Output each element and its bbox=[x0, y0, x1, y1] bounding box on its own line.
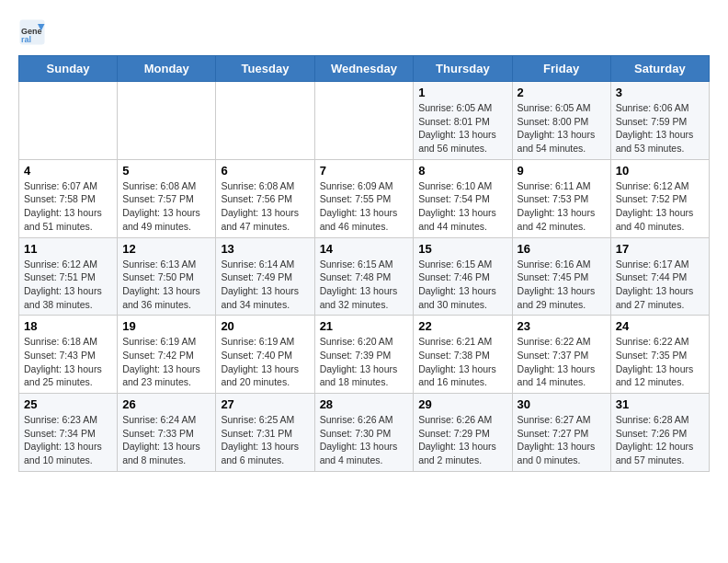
day-info: Sunrise: 6:26 AM Sunset: 7:29 PM Dayligh… bbox=[418, 413, 506, 467]
calendar-cell: 21Sunrise: 6:20 AM Sunset: 7:39 PM Dayli… bbox=[314, 316, 414, 394]
svg-text:ral: ral bbox=[21, 35, 31, 44]
day-info: Sunrise: 6:23 AM Sunset: 7:34 PM Dayligh… bbox=[24, 413, 112, 467]
calendar-cell bbox=[19, 82, 118, 160]
day-info: Sunrise: 6:06 AM Sunset: 7:59 PM Dayligh… bbox=[616, 101, 704, 155]
day-header-wednesday: Wednesday bbox=[314, 56, 414, 82]
day-info: Sunrise: 6:15 AM Sunset: 7:48 PM Dayligh… bbox=[320, 258, 409, 312]
day-number: 11 bbox=[24, 242, 112, 256]
calendar-table: SundayMondayTuesdayWednesdayThursdayFrid… bbox=[18, 55, 710, 472]
day-number: 18 bbox=[24, 319, 112, 333]
day-number: 12 bbox=[122, 242, 210, 256]
day-number: 10 bbox=[616, 164, 704, 178]
calendar-cell: 18Sunrise: 6:18 AM Sunset: 7:43 PM Dayli… bbox=[19, 316, 118, 394]
calendar-cell: 19Sunrise: 6:19 AM Sunset: 7:42 PM Dayli… bbox=[118, 316, 216, 394]
day-header-saturday: Saturday bbox=[610, 56, 709, 82]
day-number: 7 bbox=[320, 164, 409, 178]
calendar-cell: 10Sunrise: 6:12 AM Sunset: 7:52 PM Dayli… bbox=[610, 159, 709, 237]
calendar-cell: 28Sunrise: 6:26 AM Sunset: 7:30 PM Dayli… bbox=[314, 394, 414, 472]
week-row-1: 1Sunrise: 6:05 AM Sunset: 8:01 PM Daylig… bbox=[19, 82, 710, 160]
day-info: Sunrise: 6:21 AM Sunset: 7:38 PM Dayligh… bbox=[418, 335, 506, 389]
day-number: 25 bbox=[24, 397, 112, 411]
calendar-cell: 8Sunrise: 6:10 AM Sunset: 7:54 PM Daylig… bbox=[414, 159, 512, 237]
day-info: Sunrise: 6:05 AM Sunset: 8:01 PM Dayligh… bbox=[418, 101, 506, 155]
calendar-cell: 12Sunrise: 6:13 AM Sunset: 7:50 PM Dayli… bbox=[118, 237, 216, 316]
calendar-cell: 7Sunrise: 6:09 AM Sunset: 7:55 PM Daylig… bbox=[314, 159, 414, 237]
day-number: 19 bbox=[122, 319, 210, 333]
day-info: Sunrise: 6:19 AM Sunset: 7:40 PM Dayligh… bbox=[221, 335, 309, 389]
day-number: 24 bbox=[616, 319, 704, 333]
day-info: Sunrise: 6:11 AM Sunset: 7:53 PM Dayligh… bbox=[518, 179, 606, 234]
calendar-cell: 20Sunrise: 6:19 AM Sunset: 7:40 PM Dayli… bbox=[216, 316, 314, 394]
day-info: Sunrise: 6:08 AM Sunset: 7:57 PM Dayligh… bbox=[122, 179, 210, 234]
calendar-cell: 29Sunrise: 6:26 AM Sunset: 7:29 PM Dayli… bbox=[414, 394, 512, 472]
day-info: Sunrise: 6:12 AM Sunset: 7:51 PM Dayligh… bbox=[24, 258, 112, 312]
day-info: Sunrise: 6:16 AM Sunset: 7:45 PM Dayligh… bbox=[518, 258, 606, 312]
calendar-cell: 27Sunrise: 6:25 AM Sunset: 7:31 PM Dayli… bbox=[216, 394, 314, 472]
logo-icon: Gene ral bbox=[18, 18, 46, 46]
day-info: Sunrise: 6:25 AM Sunset: 7:31 PM Dayligh… bbox=[221, 413, 309, 467]
day-number: 22 bbox=[418, 319, 506, 333]
day-number: 15 bbox=[418, 242, 506, 256]
week-row-3: 11Sunrise: 6:12 AM Sunset: 7:51 PM Dayli… bbox=[19, 237, 710, 316]
calendar-cell: 23Sunrise: 6:22 AM Sunset: 7:37 PM Dayli… bbox=[512, 316, 610, 394]
day-number: 21 bbox=[320, 319, 409, 333]
calendar-cell: 25Sunrise: 6:23 AM Sunset: 7:34 PM Dayli… bbox=[19, 394, 118, 472]
day-info: Sunrise: 6:24 AM Sunset: 7:33 PM Dayligh… bbox=[122, 413, 210, 467]
day-number: 29 bbox=[418, 397, 506, 411]
day-info: Sunrise: 6:05 AM Sunset: 8:00 PM Dayligh… bbox=[518, 101, 606, 155]
calendar-cell: 22Sunrise: 6:21 AM Sunset: 7:38 PM Dayli… bbox=[414, 316, 512, 394]
calendar-cell: 1Sunrise: 6:05 AM Sunset: 8:01 PM Daylig… bbox=[414, 82, 512, 160]
calendar-cell: 15Sunrise: 6:15 AM Sunset: 7:46 PM Dayli… bbox=[414, 237, 512, 316]
day-number: 14 bbox=[320, 242, 409, 256]
day-info: Sunrise: 6:26 AM Sunset: 7:30 PM Dayligh… bbox=[320, 413, 409, 467]
day-info: Sunrise: 6:12 AM Sunset: 7:52 PM Dayligh… bbox=[616, 179, 704, 234]
day-number: 31 bbox=[616, 397, 704, 411]
day-info: Sunrise: 6:10 AM Sunset: 7:54 PM Dayligh… bbox=[418, 179, 506, 234]
day-number: 27 bbox=[221, 397, 309, 411]
day-info: Sunrise: 6:15 AM Sunset: 7:46 PM Dayligh… bbox=[418, 258, 506, 312]
day-info: Sunrise: 6:07 AM Sunset: 7:58 PM Dayligh… bbox=[24, 179, 112, 234]
calendar-cell: 3Sunrise: 6:06 AM Sunset: 7:59 PM Daylig… bbox=[610, 82, 709, 160]
calendar-cell bbox=[314, 82, 414, 160]
week-row-4: 18Sunrise: 6:18 AM Sunset: 7:43 PM Dayli… bbox=[19, 316, 710, 394]
calendar-cell: 4Sunrise: 6:07 AM Sunset: 7:58 PM Daylig… bbox=[19, 159, 118, 237]
calendar-cell: 30Sunrise: 6:27 AM Sunset: 7:27 PM Dayli… bbox=[512, 394, 610, 472]
logo: Gene ral bbox=[18, 18, 48, 46]
day-info: Sunrise: 6:22 AM Sunset: 7:37 PM Dayligh… bbox=[518, 335, 606, 389]
calendar-cell: 26Sunrise: 6:24 AM Sunset: 7:33 PM Dayli… bbox=[118, 394, 216, 472]
day-number: 23 bbox=[518, 319, 606, 333]
day-number: 5 bbox=[122, 164, 210, 178]
day-number: 8 bbox=[418, 164, 506, 178]
day-info: Sunrise: 6:20 AM Sunset: 7:39 PM Dayligh… bbox=[320, 335, 409, 389]
calendar-body: 1Sunrise: 6:05 AM Sunset: 8:01 PM Daylig… bbox=[19, 82, 710, 472]
day-number: 13 bbox=[221, 242, 309, 256]
calendar-cell bbox=[216, 82, 314, 160]
day-info: Sunrise: 6:09 AM Sunset: 7:55 PM Dayligh… bbox=[320, 179, 409, 234]
calendar-cell: 11Sunrise: 6:12 AM Sunset: 7:51 PM Dayli… bbox=[19, 237, 118, 316]
day-info: Sunrise: 6:13 AM Sunset: 7:50 PM Dayligh… bbox=[122, 258, 210, 312]
calendar-cell: 2Sunrise: 6:05 AM Sunset: 8:00 PM Daylig… bbox=[512, 82, 610, 160]
day-number: 9 bbox=[518, 164, 606, 178]
days-header-row: SundayMondayTuesdayWednesdayThursdayFrid… bbox=[19, 56, 710, 82]
day-number: 6 bbox=[221, 164, 309, 178]
day-number: 20 bbox=[221, 319, 309, 333]
calendar-cell: 17Sunrise: 6:17 AM Sunset: 7:44 PM Dayli… bbox=[610, 237, 709, 316]
day-number: 17 bbox=[616, 242, 704, 256]
calendar-cell: 9Sunrise: 6:11 AM Sunset: 7:53 PM Daylig… bbox=[512, 159, 610, 237]
day-header-friday: Friday bbox=[512, 56, 610, 82]
day-info: Sunrise: 6:27 AM Sunset: 7:27 PM Dayligh… bbox=[518, 413, 606, 467]
day-number: 28 bbox=[320, 397, 409, 411]
day-info: Sunrise: 6:08 AM Sunset: 7:56 PM Dayligh… bbox=[221, 179, 309, 234]
day-header-sunday: Sunday bbox=[19, 56, 118, 82]
calendar-cell: 5Sunrise: 6:08 AM Sunset: 7:57 PM Daylig… bbox=[118, 159, 216, 237]
day-header-thursday: Thursday bbox=[414, 56, 512, 82]
week-row-5: 25Sunrise: 6:23 AM Sunset: 7:34 PM Dayli… bbox=[19, 394, 710, 472]
day-info: Sunrise: 6:22 AM Sunset: 7:35 PM Dayligh… bbox=[616, 335, 704, 389]
day-header-monday: Monday bbox=[118, 56, 216, 82]
day-number: 16 bbox=[518, 242, 606, 256]
week-row-2: 4Sunrise: 6:07 AM Sunset: 7:58 PM Daylig… bbox=[19, 159, 710, 237]
day-number: 4 bbox=[24, 164, 112, 178]
day-info: Sunrise: 6:18 AM Sunset: 7:43 PM Dayligh… bbox=[24, 335, 112, 389]
page-header: Gene ral bbox=[18, 18, 710, 46]
calendar-cell: 13Sunrise: 6:14 AM Sunset: 7:49 PM Dayli… bbox=[216, 237, 314, 316]
